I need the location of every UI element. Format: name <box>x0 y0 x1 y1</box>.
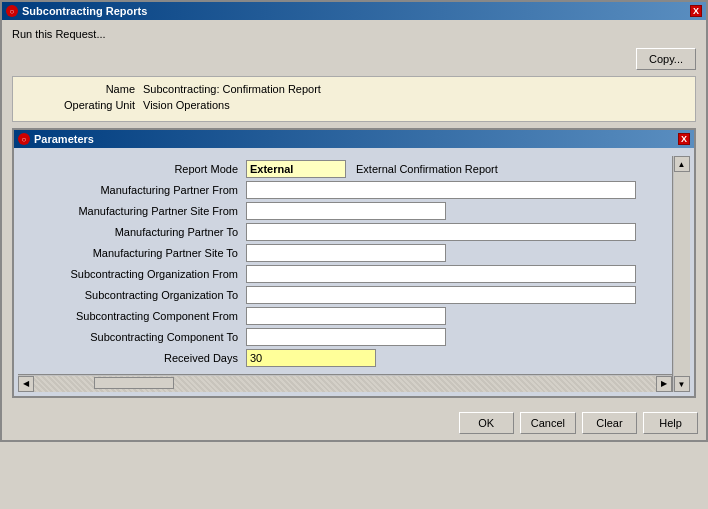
outer-window-title: Subcontracting Reports <box>22 5 147 17</box>
params-body: Report Mode External Confirmation Report… <box>14 148 694 396</box>
report-mode-desc: External Confirmation Report <box>356 163 498 175</box>
param-row-5: Subcontracting Organization To <box>26 286 664 304</box>
param-row-1: Manufacturing Partner Site From <box>26 202 664 220</box>
param-label-3: Manufacturing Partner Site To <box>26 247 246 259</box>
form-section: Name Subcontracting: Confirmation Report… <box>12 76 696 122</box>
horizontal-scrollbar[interactable]: ◀ ▶ <box>18 374 672 392</box>
report-mode-row: Report Mode External Confirmation Report <box>26 160 664 178</box>
param-label-0: Manufacturing Partner From <box>26 184 246 196</box>
operating-unit-value: Vision Operations <box>143 99 230 111</box>
copy-btn-row: Copy... <box>12 48 696 70</box>
param-row-6: Subcontracting Component From <box>26 307 664 325</box>
parameters-window: ○ Parameters X Report Mode External Conf… <box>12 128 696 398</box>
param-input-subcon-comp-to[interactable] <box>246 328 446 346</box>
help-button[interactable]: Help <box>643 412 698 434</box>
vertical-scrollbar[interactable]: ▲ ▼ <box>672 156 690 392</box>
param-label-8: Received Days <box>26 352 246 364</box>
outer-close-button[interactable]: X <box>690 5 702 17</box>
param-input-mfg-site-to[interactable] <box>246 244 446 262</box>
cancel-button[interactable]: Cancel <box>520 412 576 434</box>
parameters-titlebar: ○ Parameters X <box>14 130 694 148</box>
v-scroll-up-button[interactable]: ▲ <box>674 156 690 172</box>
report-mode-label: Report Mode <box>26 163 246 175</box>
param-input-received-days[interactable] <box>246 349 376 367</box>
param-label-4: Subcontracting Organization From <box>26 268 246 280</box>
copy-button[interactable]: Copy... <box>636 48 696 70</box>
h-scroll-track[interactable] <box>34 376 656 392</box>
param-input-mfg-partner-to[interactable] <box>246 223 636 241</box>
button-row: OK Cancel Clear Help <box>2 406 706 440</box>
run-request-label: Run this Request... <box>12 28 696 40</box>
v-scroll-down-button[interactable]: ▼ <box>674 376 690 392</box>
outer-titlebar: ○ Subcontracting Reports X <box>2 2 706 20</box>
params-window-icon: ○ <box>18 133 30 145</box>
h-scroll-thumb[interactable] <box>94 377 174 389</box>
operating-unit-label: Operating Unit <box>23 99 143 111</box>
ok-button[interactable]: OK <box>459 412 514 434</box>
name-row: Name Subcontracting: Confirmation Report <box>23 83 685 95</box>
param-label-7: Subcontracting Component To <box>26 331 246 343</box>
clear-button[interactable]: Clear <box>582 412 637 434</box>
param-label-1: Manufacturing Partner Site From <box>26 205 246 217</box>
name-label: Name <box>23 83 143 95</box>
params-close-button[interactable]: X <box>678 133 690 145</box>
param-row-4: Subcontracting Organization From <box>26 265 664 283</box>
params-form: Report Mode External Confirmation Report… <box>18 156 672 374</box>
h-scroll-right-button[interactable]: ▶ <box>656 376 672 392</box>
param-label-5: Subcontracting Organization To <box>26 289 246 301</box>
params-scroll-area: Report Mode External Confirmation Report… <box>18 156 672 392</box>
param-row-8: Received Days <box>26 349 664 367</box>
param-label-6: Subcontracting Component From <box>26 310 246 322</box>
h-scroll-left-button[interactable]: ◀ <box>18 376 34 392</box>
param-row-7: Subcontracting Component To <box>26 328 664 346</box>
param-row-3: Manufacturing Partner Site To <box>26 244 664 262</box>
param-input-subcon-org-from[interactable] <box>246 265 636 283</box>
param-input-subcon-org-to[interactable] <box>246 286 636 304</box>
param-input-mfg-site-from[interactable] <box>246 202 446 220</box>
name-value: Subcontracting: Confirmation Report <box>143 83 321 95</box>
param-label-2: Manufacturing Partner To <box>26 226 246 238</box>
param-input-mfg-partner-from[interactable] <box>246 181 636 199</box>
operating-unit-row: Operating Unit Vision Operations <box>23 99 685 111</box>
param-input-subcon-comp-from[interactable] <box>246 307 446 325</box>
main-content-area: Run this Request... Copy... Name Subcont… <box>2 20 706 406</box>
outer-window: ○ Subcontracting Reports X Run this Requ… <box>0 0 708 442</box>
outer-window-icon: ○ <box>6 5 18 17</box>
param-row-2: Manufacturing Partner To <box>26 223 664 241</box>
v-scroll-track[interactable] <box>674 172 690 376</box>
parameters-window-title: Parameters <box>34 133 94 145</box>
report-mode-input[interactable] <box>246 160 346 178</box>
param-row-0: Manufacturing Partner From <box>26 181 664 199</box>
